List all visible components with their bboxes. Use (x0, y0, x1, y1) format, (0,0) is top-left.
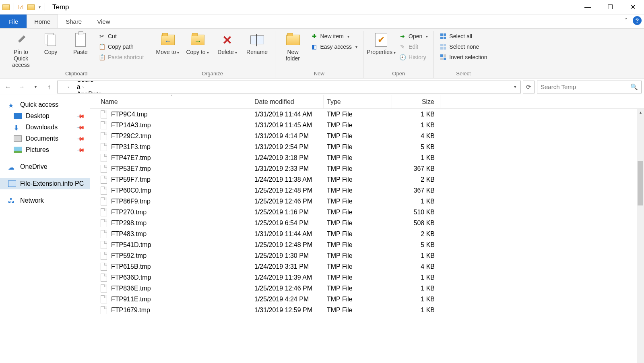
select-all-button[interactable]: Select all (438, 32, 489, 41)
qat-checkbox-icon[interactable]: ☑ (18, 4, 23, 11)
file-icon (101, 274, 107, 282)
sidebar-this-pc[interactable]: File-Extension.info PC (0, 178, 90, 189)
file-type: TMP File (324, 111, 392, 118)
file-name: FTP9C4.tmp (111, 111, 148, 118)
collapse-ribbon-icon[interactable]: ˄ (625, 17, 628, 24)
file-row[interactable]: FTP47E7.tmp1/24/2019 3:18 PMTMP File1 KB (90, 152, 644, 163)
breadcrumb-segment[interactable]: Users› (74, 81, 149, 83)
sidebar-desktop[interactable]: Desktop📌 (0, 110, 90, 122)
copy-to-button[interactable]: Copy to (184, 31, 211, 57)
tab-share[interactable]: Share (58, 15, 89, 28)
history-button[interactable]: 🕘History (397, 53, 429, 62)
column-name[interactable]: ˄Name (90, 95, 251, 108)
folder-icon[interactable] (27, 4, 35, 10)
cut-button[interactable]: ✂Cut (97, 32, 146, 41)
easy-access-button[interactable]: ◧Easy access (309, 42, 359, 51)
file-row[interactable]: FTP483.tmp1/31/2019 11:44 AMTMP File2 KB (90, 228, 644, 239)
tab-file[interactable]: File (0, 15, 27, 28)
search-box[interactable]: 🔍 (537, 81, 642, 93)
file-row[interactable]: FTP29C2.tmp1/31/2019 4:14 PMTMP File4 KB (90, 131, 644, 141)
file-type: TMP File (324, 274, 392, 281)
file-row[interactable]: FTP636D.tmp1/24/2019 11:39 AMTMP File1 K… (90, 272, 644, 283)
scrollbar-thumb[interactable] (638, 161, 643, 205)
file-row[interactable]: FTP60C0.tmp1/25/2019 12:48 PMTMP File367… (90, 185, 644, 196)
file-name: FTP53E7.tmp (111, 165, 151, 172)
invert-icon (440, 54, 447, 61)
recent-dropdown[interactable]: ▾ (30, 81, 41, 93)
qat-dropdown-icon[interactable]: ▾ (39, 5, 41, 9)
address-bar[interactable]: › File-Extension.info PC›Local Disk (C:)… (57, 81, 521, 93)
edit-button[interactable]: ✎Edit (397, 42, 429, 51)
sidebar-pictures[interactable]: Pictures📌 (0, 144, 90, 156)
scroll-up-icon[interactable]: ▴ (637, 109, 644, 116)
select-none-button[interactable]: Select none (438, 42, 489, 51)
delete-button[interactable]: ✕ Delete (214, 31, 241, 57)
sidebar-onedrive[interactable]: ☁OneDrive (0, 161, 90, 172)
sidebar-quick-access[interactable]: ★Quick access (0, 99, 90, 110)
file-row[interactable]: FTP298.tmp1/25/2019 6:54 PMTMP File508 K… (90, 218, 644, 228)
breadcrumb-segment[interactable]: a› (74, 83, 149, 91)
file-row[interactable]: FTP53E7.tmp1/31/2019 2:33 PMTMP File367 … (90, 163, 644, 174)
file-row[interactable]: FTP836E.tmp1/25/2019 12:46 PMTMP File1 K… (90, 283, 644, 294)
refresh-button[interactable]: ⟳ (523, 81, 535, 93)
up-button[interactable]: ↑ (43, 81, 55, 93)
vertical-scrollbar[interactable]: ▴ ▾ (637, 109, 644, 363)
back-button[interactable]: ← (2, 81, 14, 93)
move-to-button[interactable]: Move to (154, 31, 182, 57)
paste-button[interactable]: Paste (67, 31, 94, 57)
paste-shortcut-button[interactable]: 📋Paste shortcut (97, 53, 146, 62)
file-row[interactable]: FTP9C4.tmp1/31/2019 11:44 AMTMP File1 KB (90, 109, 644, 120)
file-icon (101, 230, 107, 238)
breadcrumb-sep[interactable]: › (63, 81, 74, 93)
group-label: Organize (154, 70, 271, 78)
file-row[interactable]: FTP615B.tmp1/24/2019 3:31 PMTMP File4 KB (90, 261, 644, 272)
file-icon (101, 121, 107, 129)
forward-button[interactable]: → (16, 81, 27, 93)
search-input[interactable] (541, 83, 630, 90)
file-row[interactable]: FTP1679.tmp1/31/2019 12:59 PMTMP File1 K… (90, 305, 644, 315)
open-button[interactable]: ➔Open (397, 32, 429, 41)
file-size: 5 KB (392, 241, 440, 249)
pin-quick-access-button[interactable]: Pin to Quick access (7, 31, 35, 70)
tab-home[interactable]: Home (27, 15, 58, 28)
file-date: 1/31/2019 2:33 PM (251, 165, 324, 172)
file-icon (101, 306, 107, 314)
close-button[interactable]: ✕ (621, 0, 644, 15)
pin-icon (14, 33, 29, 48)
rename-button[interactable]: Rename (244, 31, 271, 57)
copy-button[interactable]: Copy (37, 31, 64, 57)
ribbon-tabs: File Home Share View ˄ ? (0, 15, 644, 28)
file-row[interactable]: FTP270.tmp1/25/2019 1:16 PMTMP File510 K… (90, 207, 644, 218)
minimize-button[interactable]: — (576, 0, 599, 15)
file-size: 1 KB (392, 252, 440, 259)
invert-selection-button[interactable]: Invert selection (438, 53, 489, 62)
group-label: New (279, 70, 359, 78)
copy-path-button[interactable]: 📋Copy path (97, 42, 146, 51)
file-name: FTP31F3.tmp (111, 143, 151, 151)
file-row[interactable]: FTP59F7.tmp1/24/2019 11:38 AMTMP File2 K… (90, 174, 644, 185)
maximize-button[interactable]: ☐ (599, 0, 621, 15)
group-label: Clipboard (7, 70, 146, 78)
file-icon (101, 154, 107, 162)
help-icon[interactable]: ? (633, 16, 642, 25)
new-item-button[interactable]: ✚New item (309, 32, 359, 41)
sidebar-network[interactable]: 🖧Network (0, 195, 90, 206)
file-icon (101, 187, 107, 195)
address-dropdown-icon[interactable]: ▾ (512, 84, 519, 89)
column-type[interactable]: Type (324, 95, 392, 108)
file-row[interactable]: FTP86F9.tmp1/25/2019 12:46 PMTMP File1 K… (90, 196, 644, 207)
breadcrumb-segment[interactable]: AppData› (74, 91, 149, 93)
file-icon (101, 263, 107, 271)
new-folder-button[interactable]: New folder (279, 31, 307, 63)
sidebar-documents[interactable]: Documents📌 (0, 133, 90, 144)
sidebar-downloads[interactable]: ⬇Downloads📌 (0, 122, 90, 133)
file-row[interactable]: FTP31F3.tmp1/31/2019 2:54 PMTMP File5 KB (90, 141, 644, 152)
column-size[interactable]: Size (392, 95, 440, 108)
tab-view[interactable]: View (89, 15, 118, 28)
column-date[interactable]: Date modified (251, 95, 324, 108)
file-row[interactable]: FTP541D.tmp1/25/2019 12:48 PMTMP File5 K… (90, 239, 644, 250)
file-row[interactable]: FTP592.tmp1/25/2019 1:30 PMTMP File1 KB (90, 250, 644, 261)
file-row[interactable]: FTP14A3.tmp1/31/2019 11:45 AMTMP File1 K… (90, 120, 644, 131)
file-row[interactable]: FTP911E.tmp1/25/2019 4:24 PMTMP File1 KB (90, 294, 644, 305)
properties-button[interactable]: ✔ Properties (367, 31, 395, 57)
